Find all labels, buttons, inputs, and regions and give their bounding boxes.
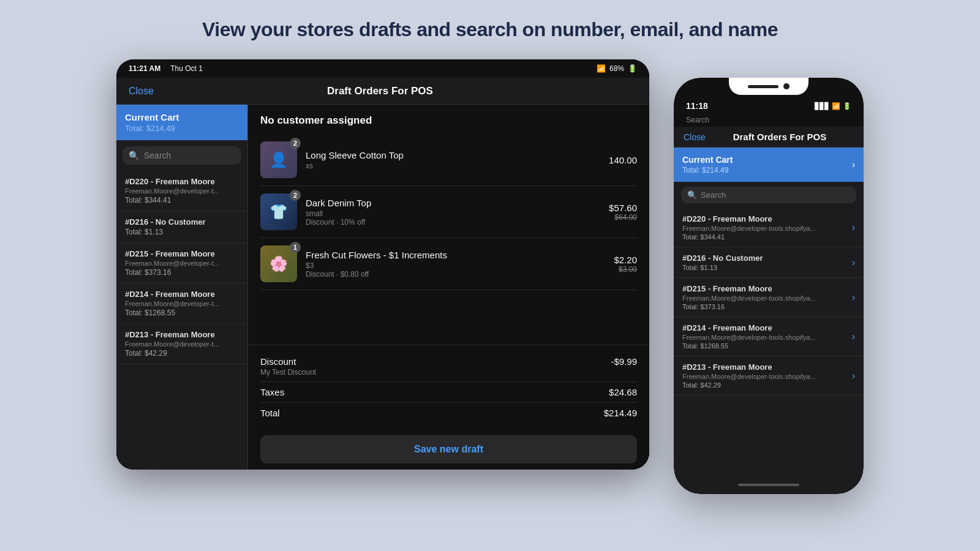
- phone-draft-d220[interactable]: #D220 - Freeman Moore Freeman.Moore@deve…: [674, 208, 864, 247]
- phone-draft-d213[interactable]: #D213 - Freeman Moore Freeman.Moore@deve…: [674, 356, 864, 395]
- phone-draft-d216[interactable]: #D216 - No Customer Total: $1.13 ›: [674, 247, 864, 278]
- draft-d213-total: Total: $42.29: [125, 349, 239, 358]
- phone-status-icons: ▊▊▊ 📶 🔋: [815, 102, 851, 110]
- item-1-price-value: 140.00: [609, 155, 637, 165]
- phone-signal-icon: ▊▊▊: [815, 102, 829, 110]
- phone-draft-d214-info: #D214 - Freeman Moore Freeman.Moore@deve…: [682, 323, 816, 350]
- phone-home-indicator: [674, 476, 864, 494]
- item-2-discount: Discount · 10% off: [306, 218, 600, 227]
- item-2-image-wrap: 👕 2: [260, 193, 297, 230]
- phone-d214-total: Total: $1268.55: [682, 342, 816, 350]
- item-3-badge: 1: [290, 242, 301, 253]
- phone-search-input[interactable]: [701, 190, 850, 200]
- phone-current-cart[interactable]: Current Cart Total: $214.49 ›: [674, 148, 864, 182]
- sidebar-current-cart-title: Current Cart: [125, 112, 239, 122]
- phone-d215-arrow-icon: ›: [852, 292, 855, 303]
- phone-d213-title: #D213 - Freeman Moore: [682, 362, 816, 372]
- item-2-price-value: $57.60: [609, 203, 637, 213]
- phone-cart-total: Total: $214.49: [682, 166, 733, 174]
- draft-d213-title: #D213 - Freeman Moore: [125, 330, 239, 339]
- phone-speaker: [748, 85, 778, 88]
- item-2-price: $57.60 $64.00: [609, 203, 637, 222]
- phone-d215-email: Freeman.Moore@developer-tools.shopifya..…: [682, 294, 816, 302]
- item-1-sub: xs: [306, 162, 600, 170]
- phone-camera: [783, 83, 790, 89]
- order-summary: Discount My Test Discount -$9.99 Taxes $…: [248, 345, 649, 429]
- item-2-details: Dark Denim Top small Discount · 10% off: [306, 198, 600, 227]
- tablet-time: 11:21 AM: [129, 64, 160, 73]
- sidebar-current-cart-total: Total: $214.49: [125, 124, 239, 133]
- phone-d213-total: Total: $42.29: [682, 381, 816, 389]
- item-3-image-wrap: 🌸 1: [260, 246, 297, 282]
- item-3-discount: Discount · $0.80 off: [306, 270, 605, 279]
- summary-total-label: Total: [260, 408, 280, 418]
- item-3-name: Fresh Cut Flowers - $1 Increments: [306, 250, 605, 260]
- item-2-original-price: $64.00: [609, 213, 637, 222]
- phone-d213-email: Freeman.Moore@developer-tools.shopifya..…: [682, 373, 816, 380]
- summary-taxes-label: Taxes: [260, 387, 284, 397]
- sidebar-draft-d213[interactable]: #D213 - Freeman Moore Freeman.Moore@deve…: [116, 324, 247, 364]
- phone-d214-title: #D214 - Freeman Moore: [682, 323, 816, 332]
- item-1-price: 140.00: [609, 155, 637, 165]
- item-2-badge: 2: [290, 190, 301, 201]
- phone-wifi-icon: 📶: [832, 102, 840, 110]
- item-1-image-wrap: 👤 2: [260, 141, 297, 178]
- tablet-date: Thu Oct 1: [170, 64, 203, 73]
- phone-d220-arrow-icon: ›: [852, 222, 855, 233]
- phone-close-button[interactable]: Close: [684, 132, 706, 142]
- draft-d215-email: Freeman.Moore@developer-t...: [125, 260, 239, 267]
- phone-search-box[interactable]: 🔍: [681, 187, 856, 203]
- phone-d215-title: #D215 - Freeman Moore: [682, 284, 816, 293]
- wifi-icon: 📶: [597, 64, 606, 73]
- page-title: View your stores drafts and search on nu…: [202, 18, 778, 41]
- battery-level: 68%: [609, 64, 624, 73]
- tablet-close-button[interactable]: Close: [129, 86, 154, 97]
- phone-d216-title: #D216 - No Customer: [682, 253, 763, 263]
- item-3-sub: $3: [306, 261, 605, 270]
- phone-notch: [729, 78, 809, 95]
- home-bar: [738, 484, 799, 486]
- tablet-search-box[interactable]: 🔍: [123, 146, 241, 165]
- order-item-3: 🌸 1 Fresh Cut Flowers - $1 Increments $3…: [260, 238, 637, 290]
- search-icon: 🔍: [129, 151, 139, 160]
- phone-search-icon: 🔍: [687, 190, 697, 200]
- phone-draft-d215[interactable]: #D215 - Freeman Moore Freeman.Moore@deve…: [674, 278, 864, 317]
- tablet-sidebar: Current Cart Total: $214.49 🔍 #D220 - Fr…: [116, 105, 248, 470]
- phone-device: 11:18 ▊▊▊ 📶 🔋 Search Close Draft Orders …: [674, 78, 864, 494]
- item-1-details: Long Sleeve Cotton Top xs: [306, 150, 600, 170]
- phone-cart-arrow-icon: ›: [852, 159, 855, 170]
- summary-discount-label: Discount My Test Discount: [260, 356, 316, 377]
- summary-discount-value: -$9.99: [611, 356, 637, 377]
- draft-d214-title: #D214 - Freeman Moore: [125, 290, 239, 299]
- item-1-badge: 2: [290, 138, 301, 149]
- sidebar-draft-d216[interactable]: #D216 - No Customer Total: $1.13: [116, 211, 247, 243]
- phone-d216-arrow-icon: ›: [852, 257, 855, 268]
- phone-d220-email: Freeman.Moore@developer-tools.shopifya..…: [682, 225, 816, 232]
- order-item-1: 👤 2 Long Sleeve Cotton Top xs 140.00: [260, 134, 637, 186]
- phone-list: Current Cart Total: $214.49 › 🔍 #D220 -: [674, 148, 864, 476]
- draft-d220-title: #D220 - Freeman Moore: [125, 177, 239, 186]
- phone-time: 11:18: [686, 101, 708, 111]
- draft-d215-total: Total: $373.16: [125, 268, 239, 277]
- item-3-original-price: $3.00: [614, 265, 637, 274]
- phone-draft-d213-info: #D213 - Freeman Moore Freeman.Moore@deve…: [682, 362, 816, 389]
- devices-container: 11:21 AM Thu Oct 1 📶 68% 🔋 Close Draft O…: [0, 59, 980, 494]
- phone-d214-email: Freeman.Moore@developer-tools.shopifya..…: [682, 334, 816, 341]
- sidebar-draft-d220[interactable]: #D220 - Freeman Moore Freeman.Moore@deve…: [116, 171, 247, 211]
- sidebar-draft-d215[interactable]: #D215 - Freeman Moore Freeman.Moore@deve…: [116, 243, 247, 283]
- tablet-search-input[interactable]: [144, 151, 235, 160]
- phone-d214-arrow-icon: ›: [852, 331, 855, 342]
- phone-draft-d220-info: #D220 - Freeman Moore Freeman.Moore@deve…: [682, 214, 816, 241]
- sidebar-draft-d214[interactable]: #D214 - Freeman Moore Freeman.Moore@deve…: [116, 283, 247, 324]
- summary-taxes-value: $24.68: [609, 387, 637, 397]
- draft-d220-total: Total: $344.41: [125, 196, 239, 204]
- sidebar-current-cart[interactable]: Current Cart Total: $214.49: [116, 105, 247, 140]
- tablet-nav-title: Draft Orders For POS: [154, 85, 606, 97]
- order-item-2: 👕 2 Dark Denim Top small Discount · 10% …: [260, 186, 637, 238]
- phone-nav: Close Draft Orders For POS: [674, 127, 864, 148]
- save-new-draft-button[interactable]: Save new draft: [260, 435, 637, 463]
- phone-search-label: Search: [674, 114, 864, 127]
- phone-draft-d214[interactable]: #D214 - Freeman Moore Freeman.Moore@deve…: [674, 317, 864, 356]
- draft-d214-total: Total: $1268.55: [125, 309, 239, 317]
- phone-d216-total: Total: $1.13: [682, 264, 763, 271]
